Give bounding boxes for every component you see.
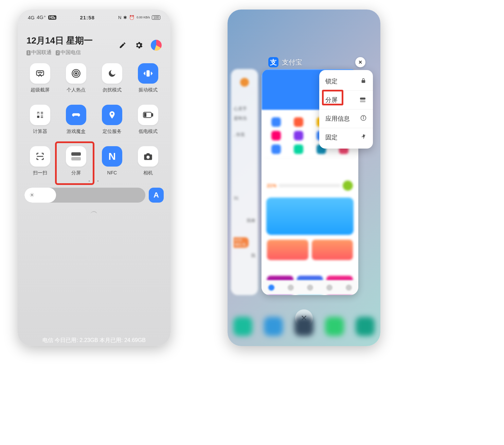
scan-icon xyxy=(30,146,50,167)
settings-icon[interactable] xyxy=(134,41,143,50)
menu-item-app-info[interactable]: 应用信息 xyxy=(319,109,373,128)
nfc-icon: N xyxy=(118,15,121,20)
status-bar: 4G 4G⁺ HD₂ 21:58 N ✱ ⏰ 0.00 KB/s 100 xyxy=(18,10,170,25)
hotspot-icon xyxy=(66,63,86,84)
app-context-menu: 锁定 分屏 应用信息 固定 xyxy=(319,70,373,149)
tile-calculator[interactable]: 计算器 xyxy=(24,105,56,135)
camera-icon xyxy=(138,146,158,167)
hd-badge: HD₂ xyxy=(48,15,56,20)
svg-rect-6 xyxy=(152,114,153,116)
bluetooth-icon: ✱ xyxy=(123,15,127,20)
battery-low-icon xyxy=(138,105,158,125)
brightness-slider[interactable]: ☀ xyxy=(24,188,145,203)
location-icon xyxy=(102,105,122,125)
sim1: 1中国联通 xyxy=(26,49,52,56)
menu-item-split-screen[interactable]: 分屏 xyxy=(319,90,373,109)
lock-icon xyxy=(360,78,367,85)
recent-app-title[interactable]: 支 支付宝 xyxy=(268,57,302,67)
tile-dnd[interactable]: 勿扰模式 xyxy=(96,63,128,93)
assistant-icon[interactable] xyxy=(151,40,162,51)
signal-4g-plus: 4G⁺ xyxy=(37,14,46,20)
quick-tiles-grid: 超级截屏 个人热点 勿扰模式 振动模式 计算器 xyxy=(18,56,170,176)
dock-blurred xyxy=(228,317,380,336)
edit-icon[interactable] xyxy=(118,41,127,50)
tile-hotspot[interactable]: 个人热点 xyxy=(60,63,92,93)
alarm-icon: ⏰ xyxy=(129,15,134,20)
svg-point-1 xyxy=(75,73,77,74)
svg-rect-4 xyxy=(146,70,149,77)
app-name-label: 支付宝 xyxy=(282,58,302,67)
tile-super-screenshot[interactable]: 超级截屏 xyxy=(24,63,56,93)
calculator-icon xyxy=(30,105,50,125)
close-card-button[interactable]: × xyxy=(355,57,365,67)
moon-icon xyxy=(102,63,122,84)
vibrate-icon xyxy=(138,63,158,84)
tile-camera[interactable]: 相机 xyxy=(132,146,164,176)
background-recent-card: 心灵手 是响当 , 你觉 31 我肯 4/20领红包 我 xyxy=(231,69,258,295)
svg-rect-7 xyxy=(144,113,146,117)
screenshot-icon xyxy=(30,63,50,84)
pin-icon xyxy=(360,134,367,141)
tile-nfc[interactable]: N NFC xyxy=(96,146,128,176)
battery-indicator: 100 xyxy=(152,15,160,20)
net-speed: 0.00 KB/s xyxy=(137,16,150,19)
alipay-icon: 支 xyxy=(268,57,278,67)
info-icon xyxy=(360,115,367,123)
tile-game-box[interactable]: 游戏魔盒 xyxy=(60,105,92,135)
tile-split-screen[interactable]: 分屏 xyxy=(60,146,92,176)
tile-vibrate[interactable]: 振动模式 xyxy=(132,63,164,93)
highlight-box xyxy=(55,141,94,185)
data-usage-footer: 电信 今日已用: 2.23GB 本月已用: 24.69GB xyxy=(18,337,170,344)
menu-item-lock[interactable]: 锁定 xyxy=(319,72,373,90)
tile-location[interactable]: 定位服务 xyxy=(96,105,128,135)
brightness-row: ☀ A xyxy=(24,188,164,203)
status-time: 21:58 xyxy=(80,15,95,20)
gamepad-icon xyxy=(66,105,86,125)
split-icon xyxy=(360,98,367,102)
highlight-box xyxy=(322,90,343,105)
brightness-icon: ☀ xyxy=(29,191,35,199)
auto-brightness-toggle[interactable]: A xyxy=(149,188,164,203)
nfc-tile-icon: N xyxy=(102,146,122,167)
svg-point-10 xyxy=(363,116,364,117)
date-text: 12月14日 星期一 xyxy=(26,35,93,47)
tile-scan[interactable]: 扫一扫 xyxy=(24,146,56,176)
menu-item-pin[interactable]: 固定 xyxy=(319,128,373,147)
expand-arrow-icon[interactable]: ︵ xyxy=(18,203,170,216)
phone-screenshot-quick-settings: 4G 4G⁺ HD₂ 21:58 N ✱ ⏰ 0.00 KB/s 100 12月… xyxy=(18,10,170,346)
signal-4g: 4G xyxy=(28,15,35,20)
sim2: 2中国电信 xyxy=(56,49,81,56)
phone-screenshot-recents: 心灵手 是响当 , 你觉 31 我肯 4/20领红包 我 xyxy=(228,10,380,346)
tile-low-power[interactable]: 低电模式 xyxy=(132,105,164,135)
date-block: 12月14日 星期一 1中国联通 2中国电信 xyxy=(26,35,93,56)
